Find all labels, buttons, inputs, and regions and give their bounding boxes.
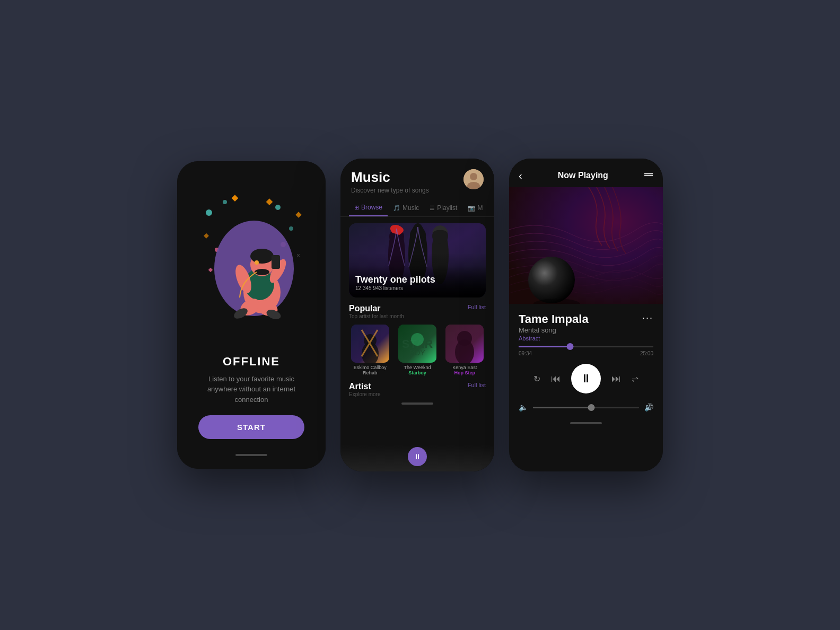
- home-indicator-2: [401, 402, 433, 405]
- artist-song-eskimo: Rehab: [363, 370, 378, 375]
- tab-more-label: M: [477, 204, 483, 212]
- artist-card-weeknd[interactable]: STAR BOY The Weeknd Starboy: [396, 325, 438, 375]
- home-indicator: [235, 454, 267, 456]
- music-header: Music Discover new type of songs: [340, 159, 494, 199]
- start-button[interactable]: START: [198, 415, 304, 439]
- svg-point-21: [255, 260, 259, 265]
- featured-banner[interactable]: Twenty one pilots 12 345 943 listeners: [349, 223, 486, 298]
- artist-song-weeknd: Starboy: [408, 370, 426, 375]
- tab-playlist[interactable]: ☰ Playlist: [424, 199, 462, 216]
- svg-rect-20: [272, 255, 280, 269]
- artist-section-text: Artist Explore more: [349, 382, 380, 397]
- featured-artist-name: Twenty one pilots: [355, 274, 479, 285]
- screens-container: ×: [156, 137, 684, 493]
- artists-row: Eskimo Callboy Rehab: [340, 320, 494, 380]
- artist-thumb-weeknd: STAR BOY: [398, 325, 436, 363]
- illustration-area: ×: [188, 172, 315, 349]
- volume-high-icon: 🔊: [644, 403, 653, 412]
- browse-icon: ⊞: [354, 204, 359, 211]
- mini-player: ⏸: [340, 445, 494, 471]
- music-tab-icon: 🎵: [393, 205, 400, 212]
- artist-name: Tame Impala: [519, 312, 589, 326]
- svg-point-16: [250, 249, 274, 264]
- prev-button[interactable]: ⏮: [551, 373, 561, 384]
- svg-point-1: [223, 200, 227, 204]
- artist-section-title: Artist: [349, 382, 380, 391]
- progress-bar[interactable]: [519, 346, 653, 347]
- artist-name-weeknd: The Weeknd: [404, 365, 431, 370]
- popular-section-header: Popular Top artist for last month Full l…: [340, 304, 494, 320]
- svg-rect-6: [295, 212, 301, 218]
- popular-section-text: Popular Top artist for last month: [349, 304, 404, 319]
- offline-screen: ×: [177, 161, 326, 469]
- artist-thumb-kenya: [445, 325, 484, 363]
- total-time: 25:00: [640, 351, 653, 356]
- playlist-icon: ☰: [430, 205, 435, 212]
- progress-fill: [519, 346, 570, 347]
- music-page-subtitle: Discover new type of songs: [351, 187, 429, 194]
- featured-overlay: Twenty one pilots 12 345 943 listeners: [349, 223, 486, 298]
- popular-subtitle: Top artist for last month: [349, 313, 404, 319]
- offline-description: Listen to your favorite music anywhere w…: [198, 374, 304, 405]
- pause-button[interactable]: ⏸: [571, 364, 601, 393]
- more-tab-icon: 📷: [468, 205, 475, 212]
- home-indicator-3: [570, 422, 602, 424]
- music-header-text: Music Discover new type of songs: [351, 169, 429, 194]
- featured-listeners: 12 345 943 listeners: [355, 285, 479, 291]
- offline-illustration: ×: [193, 186, 310, 335]
- tab-more[interactable]: 📷 M: [462, 199, 488, 216]
- repeat-button[interactable]: ↻: [533, 374, 540, 384]
- artist-song-kenya: Hop Step: [454, 370, 476, 375]
- artist-full-list[interactable]: Full list: [468, 382, 486, 388]
- more-options-button[interactable]: ···: [642, 312, 653, 323]
- volume-control: 🔈 🔊: [509, 401, 663, 418]
- artist-section-subtitle: Explore more: [349, 391, 380, 397]
- progress-area: 09:34 25:00: [509, 346, 663, 356]
- offline-text-area: OFFLINE Listen to your favorite music an…: [188, 349, 315, 450]
- svg-point-51: [528, 257, 575, 303]
- phone-offline: ×: [177, 161, 326, 469]
- artist-card-kenya[interactable]: Kenya East Hop Step: [444, 325, 486, 375]
- song-details: Tame Impala Mental song Abstract: [519, 312, 589, 342]
- current-time: 09:34: [519, 351, 532, 356]
- headphone-icon: 𝍡: [644, 169, 653, 182]
- now-playing-header: ‹ Now Playing 𝍡: [509, 159, 663, 187]
- artist-name-kenya: Kenya East: [452, 365, 477, 370]
- volume-low-icon: 🔈: [519, 403, 528, 412]
- artist-card-eskimo[interactable]: Eskimo Callboy Rehab: [349, 325, 391, 375]
- music-browser-screen: Music Discover new type of songs ⊞ Brows…: [340, 159, 494, 471]
- popular-title: Popular: [349, 304, 404, 313]
- artist-section-header: Artist Explore more Full list: [340, 382, 494, 398]
- song-title: Mental song: [519, 326, 589, 334]
- next-button[interactable]: ⏭: [611, 373, 621, 384]
- phone-music-browser: Music Discover new type of songs ⊞ Brows…: [340, 159, 494, 471]
- song-tag: Abstract: [519, 335, 589, 342]
- svg-rect-5: [266, 199, 273, 206]
- tab-music-label: Music: [402, 204, 419, 212]
- volume-thumb[interactable]: [588, 404, 595, 411]
- tab-music[interactable]: 🎵 Music: [388, 199, 424, 216]
- tab-browse[interactable]: ⊞ Browse: [349, 199, 388, 216]
- offline-title: OFFLINE: [198, 355, 304, 369]
- tab-browse-label: Browse: [361, 204, 382, 211]
- music-page-title: Music: [351, 169, 429, 186]
- svg-point-27: [470, 173, 477, 180]
- album-art: [509, 187, 663, 304]
- svg-point-3: [289, 226, 293, 231]
- phone-now-playing: ‹ Now Playing 𝍡: [509, 159, 663, 471]
- svg-rect-7: [204, 233, 209, 239]
- user-avatar[interactable]: [463, 169, 484, 189]
- popular-full-list[interactable]: Full list: [468, 304, 486, 310]
- volume-fill: [533, 407, 591, 408]
- tab-playlist-label: Playlist: [437, 204, 457, 212]
- shuffle-button[interactable]: ⇌: [632, 374, 638, 384]
- artist-thumb-eskimo: [351, 325, 389, 363]
- now-playing-screen: ‹ Now Playing 𝍡: [509, 159, 663, 471]
- svg-point-2: [275, 205, 281, 210]
- mini-pause-button[interactable]: ⏸: [408, 447, 427, 466]
- progress-thumb[interactable]: [566, 343, 573, 350]
- volume-bar[interactable]: [533, 407, 639, 408]
- now-playing-title: Now Playing: [558, 171, 608, 180]
- back-button[interactable]: ‹: [519, 170, 522, 182]
- svg-rect-10: [208, 268, 213, 272]
